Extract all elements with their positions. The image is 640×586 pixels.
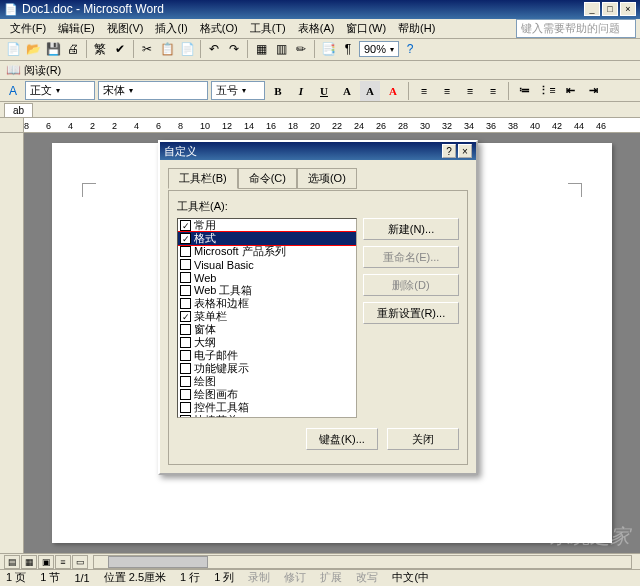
doc-map-icon[interactable]: 📑 bbox=[319, 40, 337, 58]
open-icon[interactable]: 📂 bbox=[24, 40, 42, 58]
close-dialog-button[interactable]: 关闭 bbox=[387, 428, 459, 450]
font-color-button[interactable]: A bbox=[383, 81, 403, 101]
checkbox-icon[interactable] bbox=[180, 389, 191, 400]
tab-commands[interactable]: 命令(C) bbox=[238, 168, 297, 189]
maximize-button[interactable]: □ bbox=[602, 2, 618, 16]
checkbox-icon[interactable] bbox=[180, 415, 191, 418]
ruler-tick: 36 bbox=[486, 121, 496, 131]
dialog-titlebar[interactable]: 自定义 ? × bbox=[160, 142, 476, 160]
trad-simp-icon[interactable]: 繁 bbox=[91, 40, 109, 58]
print-view-button[interactable]: ▣ bbox=[38, 555, 54, 569]
zoom-combo[interactable]: 90%▾ bbox=[359, 41, 399, 57]
align-justify-button[interactable]: ≡ bbox=[483, 81, 503, 101]
checkbox-icon[interactable] bbox=[180, 376, 191, 387]
read-label[interactable]: 阅读(R) bbox=[24, 63, 61, 78]
checkbox-icon[interactable] bbox=[180, 324, 191, 335]
font-combo[interactable]: 宋体▾ bbox=[98, 81, 208, 100]
menu-file[interactable]: 文件(F) bbox=[4, 19, 52, 38]
columns-icon[interactable]: ▥ bbox=[272, 40, 290, 58]
ruler-tick: 4 bbox=[68, 121, 73, 131]
ruler-tick: 28 bbox=[398, 121, 408, 131]
redo-icon[interactable]: ↷ bbox=[225, 40, 243, 58]
bold-button[interactable]: B bbox=[268, 81, 288, 101]
menu-format[interactable]: 格式(O) bbox=[194, 19, 244, 38]
checkbox-icon[interactable]: ✓ bbox=[180, 233, 191, 244]
menu-insert[interactable]: 插入(I) bbox=[149, 19, 193, 38]
checkbox-icon[interactable] bbox=[180, 363, 191, 374]
checkbox-icon[interactable] bbox=[180, 402, 191, 413]
menu-window[interactable]: 窗口(W) bbox=[340, 19, 392, 38]
copy-icon[interactable]: 📋 bbox=[158, 40, 176, 58]
new-icon[interactable]: 📄 bbox=[4, 40, 22, 58]
dialog-help-button[interactable]: ? bbox=[442, 144, 456, 158]
menu-table[interactable]: 表格(A) bbox=[292, 19, 341, 38]
read-icon[interactable]: 📖 bbox=[4, 61, 22, 79]
window-title: Doc1.doc - Microsoft Word bbox=[18, 2, 582, 16]
dialog-close-button[interactable]: × bbox=[458, 144, 472, 158]
style-combo[interactable]: 正文▾ bbox=[25, 81, 95, 100]
toolbar-list-item[interactable]: 快捷菜单 bbox=[178, 414, 356, 418]
toolbar-list-item[interactable]: Visual Basic bbox=[178, 258, 356, 271]
toolbar-list-label: Visual Basic bbox=[194, 259, 254, 271]
separator bbox=[200, 40, 201, 58]
checkbox-icon[interactable] bbox=[180, 298, 191, 309]
align-right-button[interactable]: ≡ bbox=[460, 81, 480, 101]
align-center-button[interactable]: ≡ bbox=[437, 81, 457, 101]
dialog-body: 工具栏(B) 命令(C) 选项(O) 工具栏(A): ✓常用✓格式Microso… bbox=[160, 160, 476, 473]
styles-icon[interactable]: A bbox=[4, 82, 22, 100]
scroll-thumb[interactable] bbox=[108, 556, 208, 568]
tab-toolbars[interactable]: 工具栏(B) bbox=[168, 168, 238, 189]
outline-view-button[interactable]: ≡ bbox=[55, 555, 71, 569]
align-left-button[interactable]: ≡ bbox=[414, 81, 434, 101]
table-icon[interactable]: ▦ bbox=[252, 40, 270, 58]
close-button[interactable]: × bbox=[620, 2, 636, 16]
minimize-button[interactable]: _ bbox=[584, 2, 600, 16]
ruler-vertical[interactable] bbox=[0, 133, 24, 553]
bullets-button[interactable]: ⋮≡ bbox=[537, 81, 557, 101]
checkbox-icon[interactable]: ✓ bbox=[180, 311, 191, 322]
show-marks-icon[interactable]: ¶ bbox=[339, 40, 357, 58]
numbering-button[interactable]: ≔ bbox=[514, 81, 534, 101]
view-buttons-bar: ▤ ▦ ▣ ≡ ▭ bbox=[0, 553, 640, 568]
reading-view-button[interactable]: ▭ bbox=[72, 555, 88, 569]
tab-options[interactable]: 选项(O) bbox=[297, 168, 357, 189]
help-search-input[interactable]: 键入需要帮助的问题 bbox=[516, 19, 636, 38]
checkbox-icon[interactable] bbox=[180, 259, 191, 270]
underline-button[interactable]: U bbox=[314, 81, 334, 101]
ruler-horizontal[interactable]: 8642246810121416182022242628303234363840… bbox=[0, 118, 640, 133]
tab-ab[interactable]: ab bbox=[4, 103, 33, 117]
checkbox-icon[interactable]: ✓ bbox=[180, 220, 191, 231]
paste-icon[interactable]: 📄 bbox=[178, 40, 196, 58]
font-box-button[interactable]: A bbox=[337, 81, 357, 101]
toolbars-list[interactable]: ✓常用✓格式Microsoft 产品系列Visual BasicWebWeb 工… bbox=[177, 218, 357, 418]
italic-button[interactable]: I bbox=[291, 81, 311, 101]
status-pages: 1/1 bbox=[74, 572, 89, 584]
horizontal-scrollbar[interactable] bbox=[93, 555, 632, 569]
spell-icon[interactable]: ✔ bbox=[111, 40, 129, 58]
keyboard-button[interactable]: 键盘(K)... bbox=[306, 428, 378, 450]
web-view-button[interactable]: ▦ bbox=[21, 555, 37, 569]
size-combo[interactable]: 五号▾ bbox=[211, 81, 265, 100]
drawing-icon[interactable]: ✏ bbox=[292, 40, 310, 58]
reset-toolbar-button[interactable]: 重新设置(R)... bbox=[363, 302, 459, 324]
checkbox-icon[interactable] bbox=[180, 350, 191, 361]
menu-tools[interactable]: 工具(T) bbox=[244, 19, 292, 38]
indent-dec-button[interactable]: ⇤ bbox=[560, 81, 580, 101]
cut-icon[interactable]: ✂ bbox=[138, 40, 156, 58]
checkbox-icon[interactable] bbox=[180, 272, 191, 283]
save-icon[interactable]: 💾 bbox=[44, 40, 62, 58]
help-icon[interactable]: ? bbox=[401, 40, 419, 58]
checkbox-icon[interactable] bbox=[180, 246, 191, 257]
checkbox-icon[interactable] bbox=[180, 285, 191, 296]
normal-view-button[interactable]: ▤ bbox=[4, 555, 20, 569]
print-icon[interactable]: 🖨 bbox=[64, 40, 82, 58]
menu-edit[interactable]: 编辑(E) bbox=[52, 19, 101, 38]
checkbox-icon[interactable] bbox=[180, 337, 191, 348]
toolbar-list-item[interactable]: Microsoft 产品系列 bbox=[178, 245, 356, 258]
menu-view[interactable]: 视图(V) bbox=[101, 19, 150, 38]
char-shading-button[interactable]: A bbox=[360, 81, 380, 101]
indent-inc-button[interactable]: ⇥ bbox=[583, 81, 603, 101]
undo-icon[interactable]: ↶ bbox=[205, 40, 223, 58]
menu-help[interactable]: 帮助(H) bbox=[392, 19, 441, 38]
new-toolbar-button[interactable]: 新建(N)... bbox=[363, 218, 459, 240]
